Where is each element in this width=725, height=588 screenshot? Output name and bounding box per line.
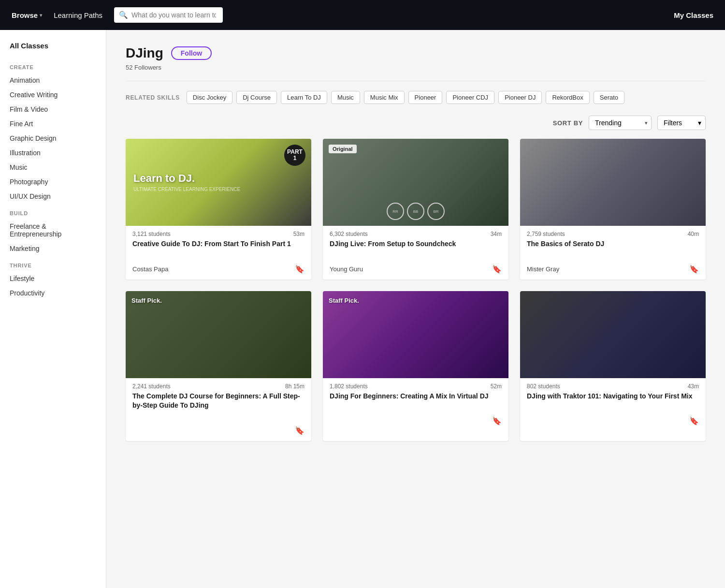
skill-tag-serato[interactable]: Serato bbox=[594, 91, 624, 104]
course-card[interactable]: Staff Pick.2,241 students8h 15mThe Compl… bbox=[126, 291, 311, 441]
course-meta: 3,121 students53m bbox=[126, 226, 311, 239]
page-layout: All Classes CREATEAnimationCreative Writ… bbox=[0, 30, 725, 588]
course-author: Mister Gray bbox=[527, 265, 559, 273]
course-thumbnail: Staff Pick. bbox=[323, 291, 508, 378]
sidebar-item-creative-writing[interactable]: Creative Writing bbox=[0, 88, 106, 102]
page-title: DJing bbox=[126, 45, 163, 61]
original-badge: Original bbox=[329, 145, 357, 153]
course-title: The Complete DJ Course for Beginners: A … bbox=[132, 392, 304, 411]
sidebar-item-lifestyle[interactable]: Lifestyle bbox=[0, 271, 106, 286]
sidebar-section-label: BUILD bbox=[0, 204, 106, 219]
course-students: 3,121 students bbox=[132, 231, 171, 237]
sidebar-item-photography[interactable]: Photography bbox=[0, 175, 106, 189]
course-body: DJing Live: From Setup to Soundcheck bbox=[323, 239, 508, 265]
skill-tag-dj-course[interactable]: Dj Course bbox=[236, 91, 277, 104]
course-duration: 52m bbox=[491, 383, 502, 390]
course-meta: 2,241 students8h 15m bbox=[126, 378, 311, 392]
course-author: Costas Papa bbox=[132, 265, 168, 273]
course-footer: 🔖 bbox=[126, 426, 311, 441]
course-thumbnail: Staff Pick. bbox=[126, 291, 311, 378]
browse-button[interactable]: Browse ▾ bbox=[12, 11, 42, 19]
bookmark-button[interactable]: 🔖 bbox=[689, 265, 699, 274]
my-classes-link[interactable]: My Classes bbox=[674, 11, 713, 19]
course-meta: 2,759 students40m bbox=[520, 226, 706, 239]
course-body: The Complete DJ Course for Beginners: A … bbox=[126, 392, 311, 426]
course-students: 6,302 students bbox=[330, 231, 368, 237]
bookmark-button[interactable]: 🔖 bbox=[295, 426, 304, 435]
course-title: The Basics of Serato DJ bbox=[527, 239, 699, 249]
bookmark-button[interactable]: 🔖 bbox=[295, 265, 304, 274]
sidebar-item-animation[interactable]: Animation bbox=[0, 73, 106, 88]
staff-pick-badge: Staff Pick. bbox=[131, 297, 162, 304]
filters-chevron-icon: ▾ bbox=[698, 119, 701, 127]
search-icon: 🔍 bbox=[119, 11, 128, 19]
course-card[interactable]: 2,759 students40mThe Basics of Serato DJ… bbox=[520, 139, 706, 279]
part-badge: PART 1 bbox=[284, 145, 305, 166]
skill-tag-music[interactable]: Music bbox=[331, 91, 360, 104]
course-thumbnail: Learn to DJ.ULTIMATE CREATIVE LEARNING E… bbox=[126, 139, 311, 226]
course-footer: Mister Gray🔖 bbox=[520, 265, 706, 279]
course-footer: 🔖 bbox=[520, 416, 706, 431]
course-title: Creative Guide To DJ: From Start To Fini… bbox=[132, 239, 304, 249]
bookmark-button[interactable]: 🔖 bbox=[492, 265, 502, 274]
sidebar-item-uiux-design[interactable]: UI/UX Design bbox=[0, 189, 106, 204]
skill-tag-music-mix[interactable]: Music Mix bbox=[364, 91, 405, 104]
course-card[interactable]: 802 students43mDJing with Traktor 101: N… bbox=[520, 291, 706, 441]
course-thumbnail: OriginalRRBBBR bbox=[323, 139, 508, 226]
courses-grid: Learn to DJ.ULTIMATE CREATIVE LEARNING E… bbox=[126, 139, 706, 441]
sidebar-item-film--video[interactable]: Film & Video bbox=[0, 102, 106, 117]
course-card[interactable]: Learn to DJ.ULTIMATE CREATIVE LEARNING E… bbox=[126, 139, 311, 279]
course-thumbnail bbox=[520, 291, 706, 378]
sidebar-item-marketing[interactable]: Marketing bbox=[0, 241, 106, 256]
course-students: 2,241 students bbox=[132, 383, 171, 390]
sidebar-all-classes[interactable]: All Classes bbox=[0, 42, 106, 58]
course-students: 1,802 students bbox=[330, 383, 368, 390]
navbar: Browse ▾ Learning Paths 🔍 My Classes bbox=[0, 0, 725, 30]
skill-tag-pioneer-dj[interactable]: Pioneer DJ bbox=[498, 91, 542, 104]
follow-button[interactable]: Follow bbox=[171, 46, 212, 60]
sidebar-item-freelance--entrepreneurship[interactable]: Freelance & Entrepreneurship bbox=[0, 219, 106, 241]
divider bbox=[126, 81, 706, 81]
sidebar-item-music[interactable]: Music bbox=[0, 160, 106, 175]
sidebar-item-illustration[interactable]: Illustration bbox=[0, 146, 106, 160]
sort-select[interactable]: Trending Most Popular Newest bbox=[589, 116, 652, 130]
bookmark-button[interactable]: 🔖 bbox=[689, 416, 699, 426]
course-body: DJing For Beginners: Creating A Mix In V… bbox=[323, 392, 508, 417]
course-meta: 1,802 students52m bbox=[323, 378, 508, 392]
search-wrap: 🔍 bbox=[114, 7, 317, 23]
sidebar-item-graphic-design[interactable]: Graphic Design bbox=[0, 131, 106, 146]
browse-chevron-icon: ▾ bbox=[40, 13, 42, 18]
course-title: DJing For Beginners: Creating A Mix In V… bbox=[330, 392, 502, 401]
course-title: DJing Live: From Setup to Soundcheck bbox=[330, 239, 502, 249]
course-meta: 6,302 students34m bbox=[323, 226, 508, 239]
sidebar-section-label: THRIVE bbox=[0, 256, 106, 271]
sidebar-item-fine-art[interactable]: Fine Art bbox=[0, 117, 106, 131]
filters-button[interactable]: Filters ▾ bbox=[657, 116, 706, 130]
course-footer: 🔖 bbox=[323, 416, 508, 431]
main-content: DJing Follow 52 Followers RELATED SKILLS… bbox=[106, 30, 725, 588]
course-meta: 802 students43m bbox=[520, 378, 706, 392]
skill-tag-disc-jockey[interactable]: Disc Jockey bbox=[187, 91, 232, 104]
related-skills-row: RELATED SKILLS Disc JockeyDj CourseLearn… bbox=[126, 91, 706, 104]
course-card[interactable]: OriginalRRBBBR6,302 students34mDJing Liv… bbox=[323, 139, 508, 279]
skill-tag-learn-to-dj[interactable]: Learn To DJ bbox=[281, 91, 327, 104]
course-duration: 8h 15m bbox=[285, 383, 304, 390]
skill-tag-rekordbox[interactable]: RekordBox bbox=[546, 91, 589, 104]
browse-label: Browse bbox=[12, 11, 38, 19]
course-duration: 43m bbox=[688, 383, 699, 390]
logo-overlay: RRBBBR bbox=[387, 203, 445, 220]
search-input[interactable] bbox=[114, 7, 223, 23]
skill-tag-pioneer[interactable]: Pioneer bbox=[408, 91, 443, 104]
sidebar-item-productivity[interactable]: Productivity bbox=[0, 286, 106, 300]
course-title: DJing with Traktor 101: Navigating to Yo… bbox=[527, 392, 699, 401]
course-duration: 34m bbox=[491, 231, 502, 237]
bookmark-button[interactable]: 🔖 bbox=[492, 416, 502, 426]
related-skills-label: RELATED SKILLS bbox=[126, 94, 180, 101]
sort-by-label: SORT BY bbox=[553, 119, 583, 127]
course-card[interactable]: Staff Pick.1,802 students52mDJing For Be… bbox=[323, 291, 508, 441]
page-header: DJing Follow bbox=[126, 45, 706, 61]
thumb-sub-text: ULTIMATE CREATIVE LEARNING EXPERIENCE bbox=[133, 187, 240, 192]
course-duration: 40m bbox=[688, 231, 699, 237]
learning-paths-link[interactable]: Learning Paths bbox=[54, 11, 102, 19]
skill-tag-pioneer-cdj[interactable]: Pioneer CDJ bbox=[446, 91, 494, 104]
